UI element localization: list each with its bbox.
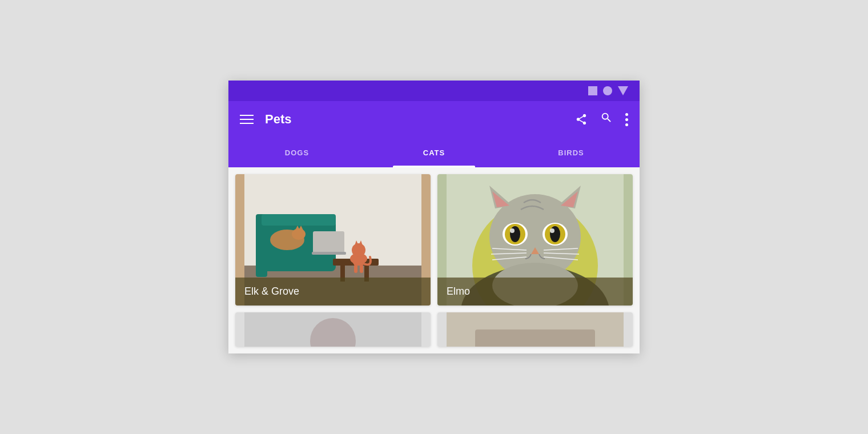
card-elk-grove-label: Elk & Grove: [235, 278, 431, 306]
svg-rect-48: [475, 329, 595, 347]
status-icon-triangle: [618, 86, 628, 95]
more-options-icon[interactable]: [625, 113, 628, 126]
status-icon-square: [588, 86, 597, 95]
tabs-bar: DOGS CATS BIRDS: [228, 138, 640, 167]
svg-rect-4: [262, 214, 336, 226]
svg-point-34: [550, 226, 560, 242]
phone-container: Pets DOGS CATS: [228, 81, 640, 353]
svg-point-36: [550, 228, 554, 233]
hamburger-menu-icon[interactable]: [240, 115, 254, 124]
svg-rect-6: [312, 252, 346, 255]
svg-point-16: [352, 243, 365, 257]
search-icon[interactable]: [600, 111, 613, 127]
svg-rect-5: [313, 231, 344, 253]
card-partial-left[interactable]: [235, 312, 431, 347]
tab-dogs[interactable]: DOGS: [228, 138, 365, 167]
tab-birds[interactable]: BIRDS: [503, 138, 640, 167]
app-title: Pets: [265, 112, 575, 127]
svg-rect-19: [354, 264, 357, 273]
status-icon-circle: [603, 86, 612, 95]
card-elk-grove[interactable]: Elk & Grove: [235, 174, 431, 306]
svg-rect-20: [360, 264, 363, 273]
status-bar: [228, 81, 640, 101]
card-elmo[interactable]: Elmo: [437, 174, 633, 306]
card-elmo-label: Elmo: [437, 278, 633, 306]
tab-cats[interactable]: CATS: [365, 138, 503, 167]
share-icon[interactable]: [575, 113, 588, 126]
app-bar: Pets: [228, 101, 640, 138]
svg-point-33: [510, 226, 520, 242]
app-bar-actions: [575, 111, 628, 127]
card-partial-right[interactable]: [437, 312, 633, 347]
content-area: Elk & Grove: [228, 167, 640, 353]
cards-grid: Elk & Grove: [235, 174, 633, 347]
svg-point-35: [510, 228, 515, 233]
